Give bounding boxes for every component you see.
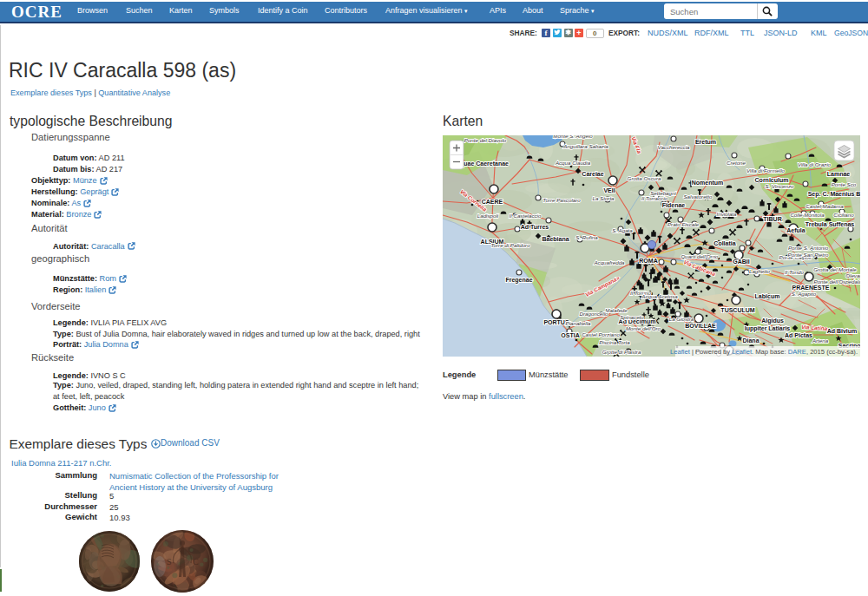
svg-text:Castel Madama: Castel Madama [806,203,844,209]
svg-text:Olevan: Olevan [845,272,860,278]
svg-text:Collatia: Collatia [713,240,735,246]
svg-text:TIBUR: TIBUR [763,216,781,222]
svg-text:Algidus: Algidus [761,318,784,324]
svg-text:Fregenae: Fregenae [505,277,532,284]
svg-text:Il Torraccio: Il Torraccio [641,195,668,201]
svg-text:S. Vincenzo: S. Vincenzo [766,183,794,189]
svg-text:Inviolata: Inviolata [716,211,737,217]
svg-text:Il Tondo: Il Tondo [785,269,804,275]
svg-text:Fidenae: Fidenae [662,202,686,208]
svg-text:S. Agapito: S. Agapito [792,291,817,297]
svg-text:TUSCULUM: TUSCULUM [720,307,754,313]
svg-text:Laghetto: Laghetto [749,268,771,274]
svg-text:Leaflet | Powered by Leaflet.: Leaflet | Powered by Leaflet. Map base: … [670,348,858,356]
svg-text:Castel Porziano: Castel Porziano [582,331,620,337]
svg-text:Prato Fiscale: Prato Fiscale [667,221,700,227]
svg-text:Labicum: Labicum [755,293,780,299]
svg-text:CAERE: CAERE [482,199,503,205]
svg-text:PRAENESTE: PRAENESTE [792,285,830,291]
svg-text:Ad Turres: Ad Turres [521,224,549,230]
svg-text:Torre Pascolaro: Torre Pascolaro [542,197,581,203]
svg-text:Nomentum: Nomentum [692,180,724,186]
svg-text:Diana: Diana [742,337,759,344]
svg-text:Piscina Torta: Piscina Torta [599,339,630,345]
svg-text:Ad Pictas: Ad Pictas [785,332,812,338]
svg-text:Ponte S. Antonio: Ponte S. Antonio [788,245,829,251]
svg-text:Villa di Formello: Villa di Formello [746,167,785,174]
svg-text:Baebiana: Baebiana [542,236,569,242]
svg-text:Anguillara Sabazia: Anguillara Sabazia [562,143,608,149]
svg-text:S. Agata: S. Agata [612,227,633,233]
svg-text:BOVILLAE: BOVILLAE [685,323,716,329]
svg-text:quae Caeretanae: quae Caeretanae [460,160,509,167]
svg-text:Sep. C. Maenius Ba: Sep. C. Maenius Ba [808,191,860,198]
svg-text:Acqua Acetosa: Acqua Acetosa [641,293,678,299]
svg-text:Ponte dell'Ospedalat: Ponte dell'Ospedalat [814,278,860,285]
svg-text:C: C [193,557,199,567]
svg-text:VEII: VEII [603,187,615,193]
svg-text:Ponte del Diavolo: Ponte del Diavolo [464,137,507,143]
svg-text:GABII: GABII [733,259,750,265]
svg-text:Grotte di Plastra: Grotte di Plastra [602,349,641,355]
svg-text:Acquafredda: Acquafredda [593,259,625,265]
svg-text:La Storta: La Storta [592,195,615,201]
svg-text:Ad Bivium: Ad Bivium [827,328,858,334]
svg-text:Torre di Palidoro: Torre di Palidoro [490,242,530,248]
svg-text:Ponte Sco: Ponte Sco [832,181,857,187]
svg-text:Acqua Claudia: Acqua Claudia [555,160,591,166]
svg-text:Careiae: Careiae [582,171,603,177]
svg-text:Villa di Orazio: Villa di Orazio [798,161,832,167]
svg-text:Vacchereccia: Vacchereccia [658,144,690,150]
svg-text:Colle Monitola: Colle Monitola [790,212,825,218]
svg-text:ROMA: ROMA [639,258,657,264]
svg-text:Monte dell'Oro: Monte dell'Oro [626,325,661,331]
svg-text:Pianabella: Pianabella [566,320,591,326]
svg-text:Trebula Suffenas: Trebula Suffenas [806,221,855,227]
svg-text:Cretone: Cretone [727,160,746,166]
svg-text:Artena: Artena [812,337,829,344]
svg-text:Spinaceto: Spinaceto [620,314,644,320]
svg-text:Corniculum: Corniculum [755,177,789,183]
svg-text:Grotta del Mortale: Grotta del Mortale [813,266,857,272]
svg-text:Ciciliano: Ciciliano [833,212,854,218]
svg-text:La Giostra: La Giostra [669,316,694,322]
svg-text:Eretum: Eretum [695,139,716,145]
svg-text:Ponte San Pietro: Ponte San Pietro [788,252,829,258]
svg-text:Il Castelaccio: Il Castelaccio [510,213,542,219]
svg-text:Grotta Oscura: Grotta Oscura [628,175,661,181]
svg-text:S. Rufina: S. Rufina [575,234,598,240]
svg-text:Lamnae: Lamnae [827,171,851,177]
svg-text:Monte S. Angelo: Monte S. Angelo [553,135,593,139]
svg-text:OSTIA: OSTIA [561,332,579,338]
svg-text:Aefula: Aefula [786,227,806,233]
svg-text:Dragoncello: Dragoncello [579,311,608,317]
svg-text:Salvatoretto: Salvatoretto [683,193,713,200]
svg-text:S: S [167,557,172,567]
svg-text:Iuppiter Latiaris: Iuppiter Latiaris [745,325,791,332]
svg-text:Ladispoli: Ladispoli [477,213,499,219]
svg-text:Malafede: Malafede [605,307,628,313]
